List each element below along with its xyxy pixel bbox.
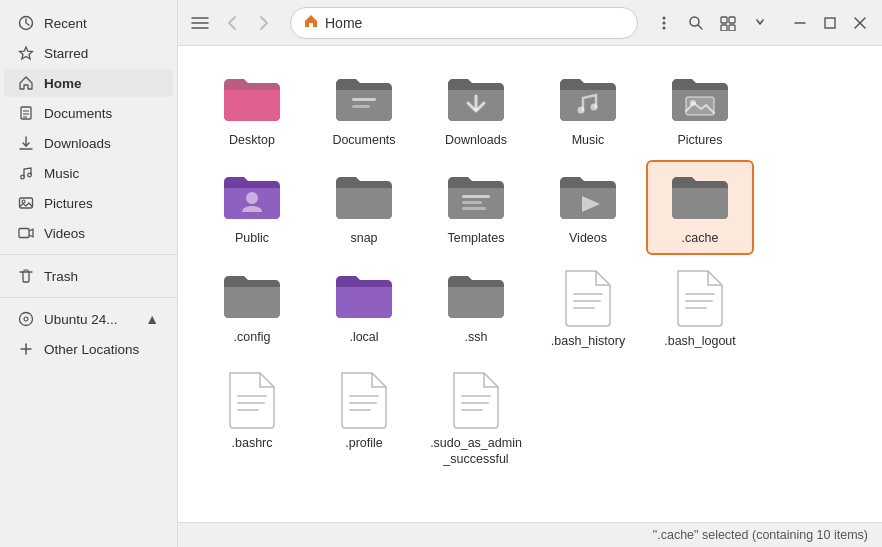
sidebar-item-label: Pictures (44, 196, 93, 211)
folder-icon (444, 267, 508, 323)
file-item-sudo-admin[interactable]: .sudo_as_admin_successful (422, 361, 530, 476)
file-item-bashrc[interactable]: .bashrc (198, 361, 306, 476)
location-label: Home (325, 15, 362, 31)
file-item-label: Desktop (229, 132, 275, 148)
file-item-ssh[interactable]: .ssh (422, 259, 530, 357)
sidebar-item-label: Documents (44, 106, 112, 121)
file-item-config[interactable]: .config (198, 259, 306, 357)
sidebar-item-label: Trash (44, 269, 78, 284)
file-item-label: .sudo_as_admin_successful (428, 435, 524, 468)
sidebar-item-downloads[interactable]: Downloads (4, 129, 173, 157)
sidebar-item-videos[interactable]: Videos (4, 219, 173, 247)
downloads-icon (18, 135, 34, 151)
svg-point-20 (663, 21, 666, 24)
close-button[interactable] (846, 9, 874, 37)
sidebar-item-label: Starred (44, 46, 88, 61)
sidebar-item-music[interactable]: Music (4, 159, 173, 187)
file-item-downloads[interactable]: Downloads (422, 62, 530, 156)
svg-point-35 (578, 107, 585, 114)
svg-rect-11 (19, 229, 29, 238)
file-item-videos[interactable]: Videos (534, 160, 642, 254)
music-icon (18, 165, 34, 181)
sidebar-item-documents[interactable]: Documents (4, 99, 173, 127)
svg-rect-25 (729, 17, 735, 23)
folder-icon (556, 168, 620, 224)
folder-icon (444, 168, 508, 224)
svg-point-13 (24, 317, 28, 321)
search-button[interactable] (682, 9, 710, 37)
main-content: Home (178, 0, 882, 547)
home-icon (18, 75, 34, 91)
file-item-documents[interactable]: Documents (310, 62, 418, 156)
file-item-label: .bash_history (551, 333, 625, 349)
svg-marker-1 (20, 47, 33, 59)
sidebar-item-label: Music (44, 166, 79, 181)
starred-icon (18, 45, 34, 61)
file-item-local[interactable]: .local (310, 259, 418, 357)
sidebar-item-pictures[interactable]: Pictures (4, 189, 173, 217)
svg-rect-24 (721, 17, 727, 23)
file-item-bash-history[interactable]: .bash_history (534, 259, 642, 357)
view-options-button[interactable] (746, 9, 774, 37)
location-bar[interactable]: Home (290, 7, 638, 39)
eject-icon[interactable]: ▲ (145, 311, 159, 327)
sidebar-item-other-locations[interactable]: Other Locations (4, 335, 173, 363)
file-item-label: Downloads (445, 132, 507, 148)
svg-point-8 (28, 173, 32, 177)
view-toggle-button[interactable] (714, 9, 742, 37)
svg-line-23 (698, 25, 702, 29)
pictures-icon (18, 195, 34, 211)
folder-icon (444, 70, 508, 126)
sidebar-toggle-button[interactable] (186, 9, 214, 37)
file-item-cache[interactable]: .cache (646, 160, 754, 254)
folder-icon (220, 70, 284, 126)
svg-rect-26 (721, 25, 727, 31)
file-item-music[interactable]: Music (534, 62, 642, 156)
sidebar-item-trash[interactable]: Trash (4, 262, 173, 290)
file-item-profile[interactable]: .profile (310, 361, 418, 476)
sidebar-item-ubuntu[interactable]: Ubuntu 24... ▲ (4, 305, 173, 333)
sidebar-item-starred[interactable]: Starred (4, 39, 173, 67)
svg-point-7 (21, 175, 25, 179)
sidebar-item-label: Home (44, 76, 82, 91)
file-icon (450, 369, 502, 429)
sidebar-item-label: Downloads (44, 136, 111, 151)
window-controls (786, 9, 874, 37)
file-item-label: .ssh (465, 329, 488, 345)
svg-rect-40 (462, 195, 490, 198)
file-icon (338, 369, 390, 429)
sidebar-item-recent[interactable]: Recent (4, 9, 173, 37)
file-item-label: Videos (569, 230, 607, 246)
other-locations-icon (18, 341, 34, 357)
file-item-public[interactable]: Public (198, 160, 306, 254)
svg-rect-41 (462, 201, 482, 204)
ubuntu-icon (18, 311, 34, 327)
file-icon (562, 267, 614, 327)
file-item-pictures[interactable]: Pictures (646, 62, 754, 156)
svg-point-19 (663, 16, 666, 19)
file-item-snap[interactable]: snap (310, 160, 418, 254)
file-item-label: Templates (448, 230, 505, 246)
minimize-button[interactable] (786, 9, 814, 37)
folder-icon (556, 70, 620, 126)
folder-icon (220, 168, 284, 224)
location-home-icon (303, 13, 319, 32)
file-item-bash-logout[interactable]: .bash_logout (646, 259, 754, 357)
maximize-button[interactable] (816, 9, 844, 37)
file-item-label: .bash_logout (664, 333, 736, 349)
forward-button[interactable] (250, 9, 278, 37)
file-item-templates[interactable]: Templates (422, 160, 530, 254)
svg-rect-42 (462, 207, 486, 210)
file-item-label: snap (350, 230, 377, 246)
more-options-button[interactable] (650, 9, 678, 37)
svg-rect-32 (352, 98, 376, 101)
file-item-label: Public (235, 230, 269, 246)
file-grid: Desktop Documents Downloads (178, 46, 882, 522)
sidebar-item-home[interactable]: Home (4, 69, 173, 97)
sidebar-item-label: Ubuntu 24... (44, 312, 118, 327)
file-item-desktop[interactable]: Desktop (198, 62, 306, 156)
back-button[interactable] (218, 9, 246, 37)
file-item-label: .config (234, 329, 271, 345)
file-item-label: .cache (682, 230, 719, 246)
sidebar-divider (0, 254, 177, 255)
